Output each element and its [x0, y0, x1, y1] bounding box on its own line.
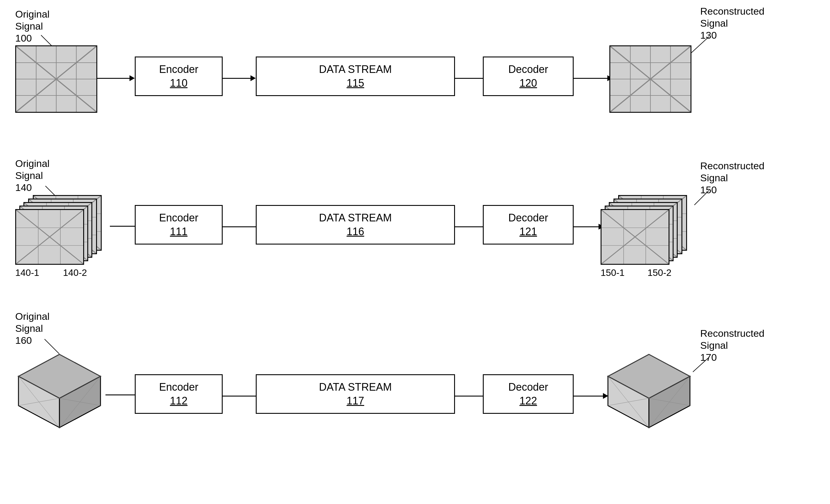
leader-line-recon-row3	[690, 357, 713, 373]
arrow-encoder-ds-row1	[223, 75, 256, 81]
arrow-img-encoder-row1	[97, 75, 135, 81]
datastream-box-row2: DATA STREAM 116	[256, 205, 455, 244]
reconstructed-signal-label-row1: Reconstructed Signal 130	[700, 5, 764, 41]
label-150-1: 150-1	[601, 267, 625, 278]
svg-line-115	[693, 357, 709, 372]
label-140-2: 140-2	[63, 267, 87, 278]
decoder-box-row1: Decoder 120	[483, 57, 574, 96]
decoder-box-row3: Decoder 122	[483, 374, 574, 414]
original-video-row2	[15, 195, 109, 265]
encoder-box-row2: Encoder 111	[135, 205, 223, 244]
reconstructed-image-row1	[609, 45, 692, 113]
original-image-row1	[15, 45, 97, 113]
reconstructed-cube-row3	[604, 348, 694, 433]
datastream-box-row1: DATA STREAM 115	[256, 57, 455, 96]
decoder-box-row2: Decoder 121	[483, 205, 574, 244]
label-150-2: 150-2	[647, 267, 671, 278]
reconstructed-video-row2	[601, 195, 694, 265]
svg-line-19	[692, 37, 709, 53]
arrow-decoder-recon-row1	[574, 75, 613, 81]
leader-line-recon-row1	[692, 37, 715, 54]
arrow-encoder-ds-row2	[223, 224, 261, 230]
original-cube-row3	[14, 348, 105, 433]
arrow-encoder-ds-row3	[223, 393, 261, 399]
arrow-decoder-recon-row3	[574, 393, 608, 399]
diagram-container: Original Signal 100 Encoder 110	[0, 0, 830, 504]
original-signal-label-row2: Original Signal 140	[15, 158, 50, 193]
encoder-box-row3: Encoder 112	[135, 374, 223, 414]
svg-line-91	[694, 190, 709, 205]
encoder-box-row1: Encoder 110	[135, 57, 223, 96]
datastream-box-row3: DATA STREAM 117	[256, 374, 455, 414]
leader-line-recon-row2	[692, 190, 715, 206]
label-140-1: 140-1	[15, 267, 39, 278]
arrow-decoder-recon-row2	[574, 224, 604, 230]
